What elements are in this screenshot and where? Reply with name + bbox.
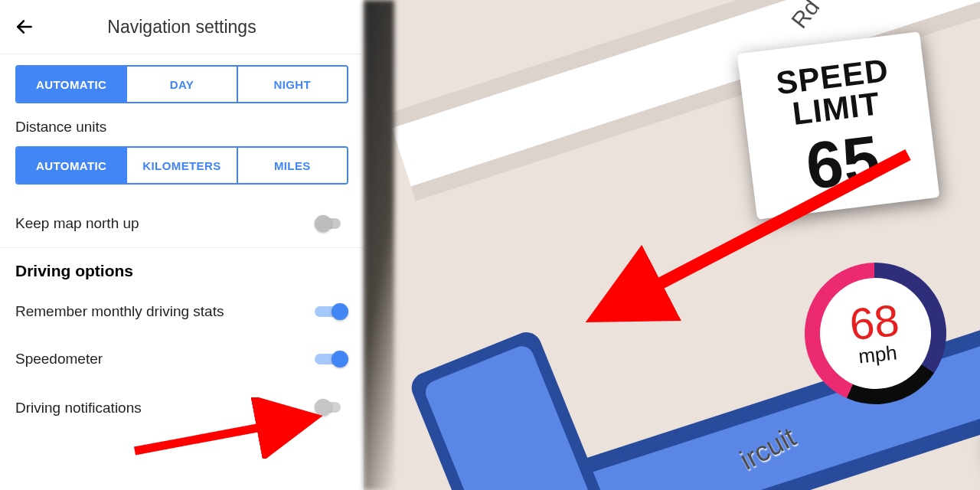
speed-limit-sign: SPEED LIMIT 65 — [737, 31, 940, 220]
distance-units-kilometers[interactable]: KILOMETERS — [126, 148, 236, 183]
distance-units-label: Distance units — [15, 119, 348, 136]
color-scheme-segment: AUTOMATIC DAY NIGHT — [15, 65, 348, 103]
navigation-settings-panel: Navigation settings AUTOMATIC DAY NIGHT … — [0, 0, 364, 490]
distance-units-miles[interactable]: MILES — [237, 148, 347, 183]
color-scheme-automatic[interactable]: AUTOMATIC — [17, 67, 126, 102]
driving-notifications-toggle[interactable] — [315, 398, 348, 416]
photo-edge — [364, 0, 394, 490]
driving-notifications-label: Driving notifications — [15, 400, 142, 416]
speedometer-unit: mph — [858, 341, 899, 368]
speedometer-speed: 68 — [848, 298, 901, 347]
speedometer-toggle[interactable] — [315, 350, 348, 368]
speed-limit-value: 65 — [755, 119, 930, 205]
row-driving-notifications: Driving notifications — [0, 383, 364, 416]
remember-stats-toggle[interactable] — [315, 302, 348, 321]
distance-units-automatic[interactable]: AUTOMATIC — [17, 148, 126, 183]
settings-header: Navigation settings — [0, 0, 364, 54]
speedometer-label: Speedometer — [15, 351, 103, 368]
color-scheme-day[interactable]: DAY — [126, 67, 236, 102]
row-remember-stats: Remember monthly driving stats — [0, 288, 364, 335]
back-button[interactable] — [11, 13, 38, 41]
keep-north-label: Keep map north up — [15, 215, 139, 232]
map-preview: Rd Kings Circuit ircuit SPEED LIMIT 65 6… — [364, 0, 980, 490]
remember-stats-label: Remember monthly driving stats — [15, 303, 224, 320]
distance-units-segment: AUTOMATIC KILOMETERS MILES — [15, 146, 348, 185]
back-arrow-icon — [15, 17, 34, 37]
page-title: Navigation settings — [38, 17, 353, 38]
driving-options-heading: Driving options — [0, 248, 364, 288]
row-keep-north: Keep map north up — [0, 200, 364, 247]
row-speedometer: Speedometer — [0, 335, 364, 383]
color-scheme-night[interactable]: NIGHT — [237, 67, 347, 102]
keep-north-toggle[interactable] — [315, 214, 348, 233]
